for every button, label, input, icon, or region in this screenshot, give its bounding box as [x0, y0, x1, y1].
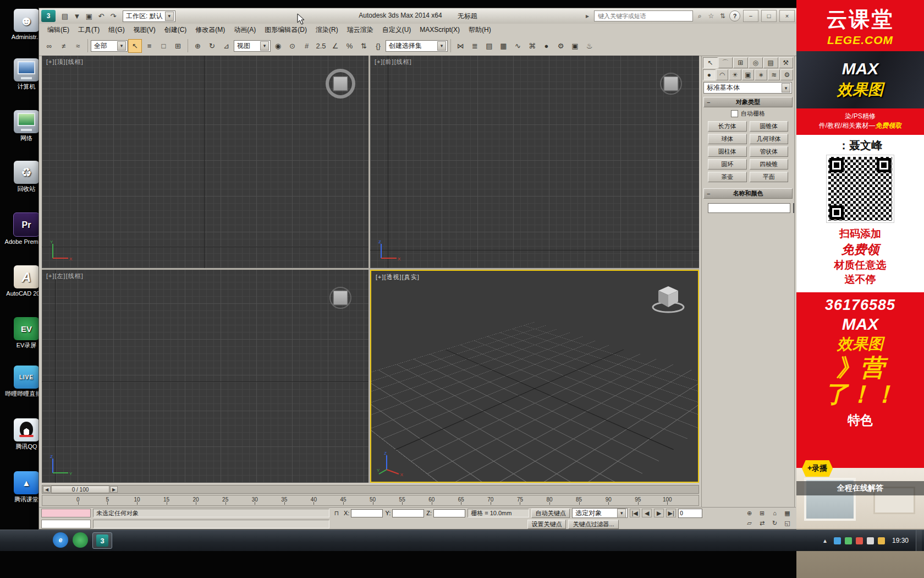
material-editor-button[interactable]: ● [540, 39, 553, 53]
minimize-button[interactable]: − [743, 10, 758, 22]
tray-icon[interactable] [878, 537, 885, 544]
zoom-all-icon[interactable]: ⊞ [756, 509, 768, 517]
tab-display[interactable]: ▤ [763, 57, 778, 68]
viewcube[interactable] [651, 283, 686, 314]
taskbar-browser-icon[interactable]: e [53, 532, 68, 548]
go-to-start-button[interactable]: |◀ [630, 509, 640, 517]
button-cylinder[interactable]: 圆柱体 [708, 146, 747, 157]
play-button[interactable]: ▶ [654, 509, 664, 517]
select-and-rotate-button[interactable]: ↻ [205, 39, 219, 53]
coordinate-x-input[interactable] [351, 509, 383, 517]
tab-motion[interactable]: ◎ [749, 57, 763, 68]
category-systems[interactable]: ⚙ [780, 69, 793, 80]
maximize-button[interactable]: □ [761, 10, 777, 22]
menu-item[interactable]: 工具(T) [74, 24, 103, 36]
coordinate-y-input[interactable] [392, 509, 424, 517]
select-object-button[interactable]: ↖ [128, 39, 142, 53]
viewcube[interactable] [655, 68, 687, 100]
menu-item[interactable]: 视图(V) [130, 24, 160, 36]
mirror-button[interactable]: ⋈ [454, 39, 468, 53]
percent-snap-toggle[interactable]: % [343, 39, 356, 53]
menu-item[interactable]: 修改器(M) [191, 24, 229, 36]
unlink-selection-button[interactable]: ≠ [57, 39, 70, 53]
category-lights[interactable]: ☀ [729, 69, 741, 80]
button-plane[interactable]: 平面 [750, 172, 789, 182]
maxscript-macro-recorder[interactable] [41, 509, 91, 517]
button-tube[interactable]: 管状体 [750, 146, 789, 157]
bind-to-space-warp-button[interactable]: ≈ [71, 39, 85, 53]
menu-item[interactable]: 组(G) [105, 24, 128, 36]
window-crossing-toggle[interactable]: ⊞ [171, 39, 185, 53]
rendered-frame-button[interactable]: ▣ [568, 39, 582, 53]
track-bar[interactable]: 0510152025303540455055606570758085909510… [42, 495, 699, 506]
time-slider[interactable]: ◀ 0 / 100 ▶ [42, 485, 699, 494]
zoom-extents-all-icon[interactable]: ▦ [782, 509, 793, 517]
save-file-icon[interactable] [83, 10, 95, 22]
workspace-dropdown[interactable]: 工作区: 默认 [123, 10, 175, 22]
graphite-ribbon-toggle[interactable]: ▦ [497, 39, 510, 53]
primitive-type-dropdown[interactable]: 标准基本体 [703, 82, 792, 94]
viewcube[interactable] [324, 282, 356, 314]
schematic-view-button[interactable]: ⌘ [525, 39, 539, 53]
new-file-icon[interactable] [59, 10, 71, 22]
tray-icon[interactable] [845, 537, 852, 544]
set-key-button[interactable]: 设置关键点 [527, 520, 566, 529]
render-setup-button[interactable]: ⚙ [554, 39, 568, 53]
orbit-icon[interactable]: ↻ [769, 519, 780, 527]
use-pivot-center-button[interactable]: ◉ [271, 39, 285, 53]
viewport-left-label[interactable]: [+][左][线框] [46, 272, 84, 280]
clock[interactable]: 19:30 [892, 537, 909, 544]
infocenter-arrow-icon[interactable]: ▸ [582, 11, 592, 21]
render-production-button[interactable]: ♨ [582, 39, 596, 53]
rollout-name-color[interactable]: 名称和颜色 [703, 188, 793, 199]
viewport-front-label[interactable]: [+][前][线框] [375, 58, 412, 66]
menu-item[interactable]: 编辑(E) [43, 24, 73, 36]
menu-item[interactable]: 帮助(H) [465, 24, 495, 36]
category-geometry[interactable]: ● [703, 69, 716, 80]
open-file-icon[interactable] [71, 10, 83, 22]
object-name-input[interactable] [708, 203, 790, 213]
selection-lock-toggle[interactable]: ⊓ [332, 509, 342, 517]
select-and-manipulate-button[interactable]: ⊙ [285, 39, 299, 53]
maximize-viewport-toggle-icon[interactable]: ◱ [782, 519, 793, 527]
exchange-icon[interactable]: ⇅ [718, 11, 728, 21]
search-icon[interactable]: ⌕ [695, 11, 705, 21]
selection-filter-dropdown[interactable]: 全部 [91, 40, 128, 52]
category-shapes[interactable]: ◠ [716, 69, 729, 80]
key-filters-button[interactable]: 关键点过滤器... [568, 520, 619, 529]
tab-create[interactable]: ↖ [703, 57, 718, 68]
keyboard-override-toggle[interactable]: # [300, 39, 314, 53]
viewport-top-label[interactable]: [+][顶][线框] [46, 58, 84, 66]
button-pyramid[interactable]: 四棱锥 [750, 159, 789, 170]
zoom-extents-icon[interactable]: ⌂ [769, 509, 780, 517]
reference-coordinate-dropdown[interactable]: 视图 [234, 40, 271, 52]
selected-key-set-dropdown[interactable]: 选定对象 [572, 508, 628, 518]
viewport-perspective[interactable]: [+][透视][真实] Z X Y [370, 270, 699, 483]
taskbar-green-app-icon[interactable] [73, 532, 88, 548]
named-selection-sets-button[interactable]: {} [371, 39, 385, 53]
previous-key-button[interactable]: ◀ [642, 509, 652, 517]
select-by-name-button[interactable]: ≡ [142, 39, 156, 53]
search-input[interactable] [597, 12, 690, 20]
category-helpers[interactable]: ∗ [755, 69, 767, 80]
close-button[interactable]: × [779, 10, 795, 22]
tab-hierarchy[interactable]: ⊞ [733, 57, 748, 68]
title-bar[interactable]: 工作区: 默认 Autodesk 3ds Max 2014 x64 无标题 ▸ … [39, 8, 797, 24]
taskbar-3dsmax-icon[interactable]: 3 [92, 532, 112, 549]
button-box[interactable]: 长方体 [708, 121, 747, 132]
align-button[interactable]: ≣ [468, 39, 482, 53]
show-desktop-button[interactable] [916, 530, 922, 551]
tray-expand-icon[interactable]: ▴ [820, 536, 830, 546]
go-to-end-button[interactable]: ▶| [666, 509, 676, 517]
tray-icon[interactable] [834, 537, 841, 544]
layer-manager-button[interactable]: ▤ [482, 39, 496, 53]
3dsmax-logo-icon[interactable] [41, 10, 56, 22]
spinner-snap-toggle[interactable]: ⇅ [357, 39, 371, 53]
category-space-warps[interactable]: ≋ [768, 69, 780, 80]
viewport-left[interactable]: [+][左][线框] Z Y [42, 270, 369, 483]
autogrid-checkbox[interactable]: 自动栅格 [703, 110, 793, 118]
menu-item[interactable]: 自定义(U) [378, 24, 415, 36]
button-geosphere[interactable]: 几何球体 [750, 134, 789, 144]
button-cone[interactable]: 圆锥体 [750, 121, 789, 132]
curve-editor-button[interactable]: ∿ [511, 39, 525, 53]
